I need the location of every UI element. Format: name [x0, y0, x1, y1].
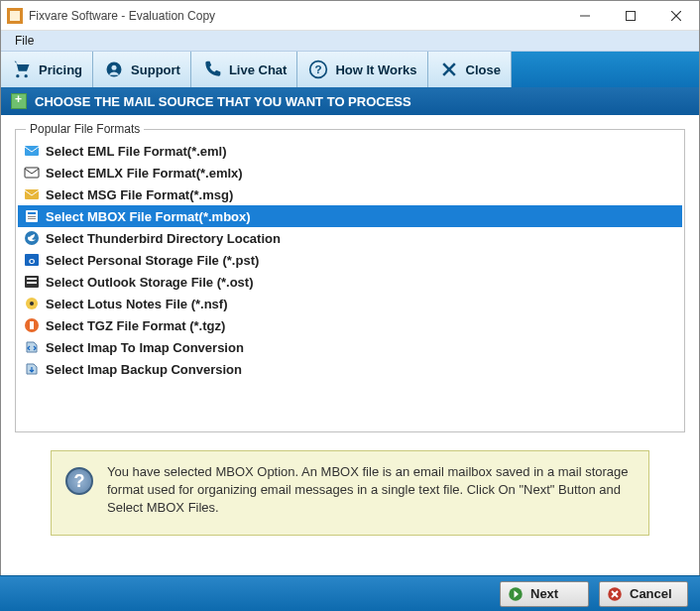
format-item[interactable]: Select MBOX File Format(*.mbox): [18, 205, 682, 227]
work-area: Popular File Formats Select EML File For…: [1, 115, 699, 555]
format-item[interactable]: Select EML File Format(*.eml): [18, 140, 682, 162]
close-button[interactable]: Close: [428, 52, 512, 87]
svg-rect-1: [10, 11, 20, 21]
svg-rect-16: [28, 212, 36, 214]
format-item[interactable]: Select EMLX File Format(*.emlx): [18, 162, 682, 183]
phone-icon: [201, 59, 223, 80]
headset-icon: [103, 59, 125, 80]
svg-point-7: [112, 65, 117, 70]
format-item[interactable]: Select Imap Backup Conversion: [18, 358, 682, 380]
svg-rect-3: [627, 11, 636, 20]
window-title: Fixvare Software - Evaluation Copy: [29, 9, 562, 23]
format-label: Select Lotus Notes File (*.nsf): [46, 297, 227, 311]
tbird-icon: [24, 230, 40, 246]
format-label: Select Outlook Storage File (*.ost): [46, 275, 253, 290]
svg-text:O: O: [29, 257, 35, 266]
format-label: Select Imap To Imap Conversion: [46, 340, 244, 355]
app-icon: [7, 8, 23, 24]
close-window-button[interactable]: [653, 1, 699, 31]
pricing-button[interactable]: Pricing: [1, 52, 93, 87]
live-chat-label: Live Chat: [229, 62, 288, 77]
format-item[interactable]: Select TGZ File Format (*.tgz): [18, 314, 682, 336]
pst-icon: O: [24, 252, 40, 268]
format-label: Select Thunderbird Directory Location: [46, 231, 281, 246]
tgz-icon: [24, 317, 40, 333]
formats-groupbox: Popular File Formats Select EML File For…: [15, 129, 685, 432]
cancel-button[interactable]: Cancel: [599, 581, 688, 607]
pricing-label: Pricing: [39, 62, 82, 77]
svg-rect-14: [25, 189, 39, 199]
support-button[interactable]: Support: [93, 52, 191, 87]
format-item[interactable]: Select Outlook Storage File (*.ost): [18, 271, 682, 293]
toolbar: Pricing Support Live Chat ? How It Works…: [1, 52, 699, 87]
question-icon: ?: [307, 59, 329, 80]
format-label: Select MSG File Format(*.msg): [46, 187, 233, 202]
window-controls: [562, 1, 699, 31]
svg-rect-13: [25, 168, 39, 178]
close-icon: [438, 59, 460, 80]
source-icon: [11, 93, 27, 109]
menu-file[interactable]: File: [9, 32, 40, 50]
section-header: CHOOSE THE MAIL SOURCE THAT YOU WANT TO …: [1, 87, 699, 115]
svg-rect-28: [30, 321, 34, 329]
format-item[interactable]: OSelect Personal Storage File (*.pst): [18, 249, 682, 271]
format-list: Select EML File Format(*.eml)Select EMLX…: [18, 140, 682, 380]
svg-rect-12: [25, 146, 39, 156]
mbox-icon: [24, 208, 40, 224]
ost-icon: [24, 274, 40, 290]
minimize-button[interactable]: [562, 1, 608, 31]
format-label: Select Personal Storage File (*.pst): [46, 253, 259, 268]
format-label: Select TGZ File Format (*.tgz): [46, 318, 225, 333]
section-title: CHOOSE THE MAIL SOURCE THAT YOU WANT TO …: [35, 94, 411, 109]
nsf-icon: [24, 296, 40, 311]
info-text: You have selected MBOX Option. An MBOX f…: [107, 463, 635, 518]
live-chat-button[interactable]: Live Chat: [191, 52, 298, 87]
format-label: Select EML File Format(*.eml): [46, 144, 227, 159]
svg-rect-17: [28, 216, 36, 217]
imapb-icon: [24, 361, 40, 377]
format-label: Select Imap Backup Conversion: [46, 362, 242, 377]
titlebar: Fixvare Software - Evaluation Copy: [1, 1, 699, 31]
cart-icon: [11, 59, 33, 80]
svg-text:?: ?: [315, 62, 322, 75]
svg-rect-23: [27, 278, 37, 280]
format-item[interactable]: Select Imap To Imap Conversion: [18, 336, 682, 358]
format-item[interactable]: Select MSG File Format(*.msg): [18, 183, 682, 205]
emlx-icon: [24, 165, 40, 181]
group-legend: Popular File Formats: [26, 122, 144, 136]
format-item[interactable]: Select Thunderbird Directory Location: [18, 227, 682, 249]
cancel-label: Cancel: [630, 586, 672, 601]
svg-point-26: [30, 302, 34, 306]
close-label: Close: [466, 62, 501, 77]
menubar: File: [1, 31, 699, 52]
next-arrow-icon: [507, 585, 525, 603]
footer: Next Cancel: [0, 575, 700, 611]
how-it-works-label: How It Works: [335, 62, 416, 77]
cancel-x-icon: [606, 585, 624, 603]
how-it-works-button[interactable]: ? How It Works: [297, 52, 427, 87]
msg-icon: [24, 186, 40, 202]
svg-rect-18: [28, 218, 36, 219]
info-icon: ?: [65, 467, 93, 495]
next-label: Next: [530, 586, 558, 601]
info-panel: ? You have selected MBOX Option. An MBOX…: [51, 450, 649, 536]
maximize-button[interactable]: [608, 1, 653, 31]
next-button[interactable]: Next: [500, 581, 589, 607]
format-label: Select EMLX File Format(*.emlx): [46, 166, 243, 181]
support-label: Support: [131, 62, 180, 77]
format-label: Select MBOX File Format(*.mbox): [46, 209, 251, 224]
imap-icon: [24, 339, 40, 355]
format-item[interactable]: Select Lotus Notes File (*.nsf): [18, 293, 682, 314]
eml-icon: [24, 143, 40, 159]
svg-rect-24: [27, 282, 37, 284]
